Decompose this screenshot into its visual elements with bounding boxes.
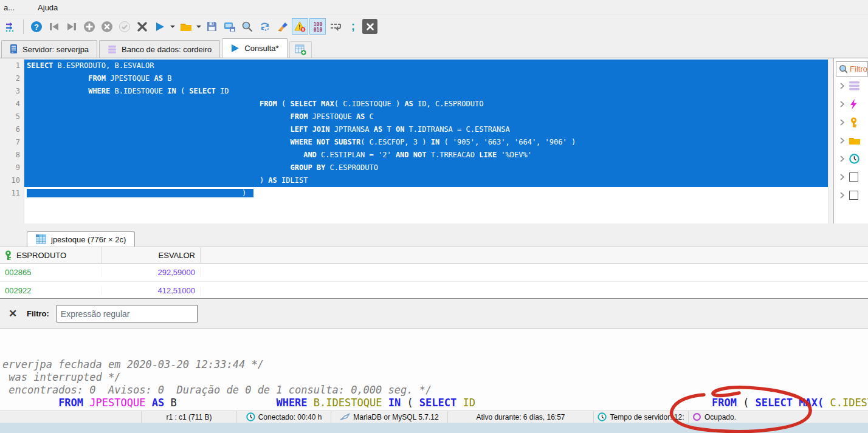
column-header-esproduto[interactable]: ESPRODUTO xyxy=(0,247,102,263)
menu-item-truncated[interactable]: a... xyxy=(1,2,17,13)
editor-scrollbar[interactable] xyxy=(828,58,833,223)
result-table-icon xyxy=(36,234,47,244)
save-as-icon xyxy=(224,21,236,32)
warning-icon xyxy=(294,21,306,32)
mariadb-icon xyxy=(340,413,350,421)
warnings-toggle-button[interactable] xyxy=(292,18,308,35)
toolbar-separator xyxy=(23,19,24,34)
run-dropdown-button[interactable] xyxy=(169,18,176,35)
add-icon xyxy=(83,21,95,33)
wrap-lines-button[interactable] xyxy=(327,18,343,35)
menu-bar: a... Ajuda xyxy=(0,0,868,15)
status-cell-connected: Conectado: 00:40 h xyxy=(237,411,331,423)
apply-button[interactable] xyxy=(116,18,133,35)
sql-log[interactable]: erverjpa fechada em 2020-03-20 12:33:44 … xyxy=(0,329,868,411)
delete-x-icon xyxy=(137,21,148,32)
jump-first-button[interactable] xyxy=(46,18,62,35)
svg-text:010: 010 xyxy=(313,27,322,32)
helper-item-keywords[interactable] xyxy=(834,113,868,131)
session-manager-icon xyxy=(5,21,17,32)
helper-item-option-2[interactable] xyxy=(834,186,868,204)
query-workspace: 1234567891011 SELECT B.ESPRODUTO, B.ESVA… xyxy=(0,58,868,223)
chevron-right-icon xyxy=(839,192,845,199)
new-query-icon xyxy=(295,44,306,55)
replace-icon xyxy=(259,21,271,32)
chevron-right-icon xyxy=(839,119,845,126)
save-icon xyxy=(206,21,218,32)
help-icon: ? xyxy=(30,21,43,33)
log-lines: erverjpa fechada em 2020-03-20 12:33:44 … xyxy=(2,358,868,411)
add-button[interactable] xyxy=(81,18,97,35)
helper-item-functions[interactable] xyxy=(834,95,868,113)
helper-item-option-1[interactable] xyxy=(834,168,868,186)
run-query-button[interactable] xyxy=(151,18,168,35)
cancel-button[interactable] xyxy=(98,18,115,35)
jump-last-icon xyxy=(66,22,77,32)
helper-item-history[interactable] xyxy=(834,149,868,168)
results-grid: ESPRODUTO ESVALOR 002865292,590000029224… xyxy=(0,247,868,298)
busy-icon xyxy=(692,412,701,421)
result-tab-jpestoque[interactable]: jpestoque (776r × 2c) xyxy=(27,231,135,247)
replace-button[interactable] xyxy=(257,18,273,35)
semicolon-icon: ; xyxy=(349,21,357,32)
tab-query-label: Consulta* xyxy=(244,44,278,53)
query-helpers-panel: Filtro xyxy=(833,58,868,223)
jump-last-button[interactable] xyxy=(63,18,80,35)
help-button[interactable]: ? xyxy=(28,18,44,35)
status-bar: r1 : c1 (711 B) Conectado: 00:40 h Maria… xyxy=(0,411,868,423)
tab-database-label: Banco de dados: cordeiro xyxy=(122,45,212,54)
delimiter-button[interactable]: ; xyxy=(345,18,361,35)
functions-lightning-icon xyxy=(849,99,858,109)
reformat-button[interactable] xyxy=(274,18,291,35)
helpers-filter-text: Filtro xyxy=(850,64,867,73)
search-icon xyxy=(839,64,847,74)
table-row[interactable]: 002865292,59000 xyxy=(0,264,868,282)
find-button[interactable] xyxy=(239,18,255,35)
status-cell-busy: Ocupado. xyxy=(689,411,868,423)
menu-item-help[interactable]: Ajuda xyxy=(35,2,60,13)
clock-icon xyxy=(598,412,607,421)
svg-text:;: ; xyxy=(351,21,354,32)
tab-query[interactable]: Consulta* xyxy=(222,38,287,58)
save-as-button[interactable] xyxy=(221,18,238,35)
primary-key-icon xyxy=(4,250,13,260)
helpers-filter-box[interactable]: Filtro xyxy=(836,61,868,77)
sql-editor-lines[interactable]: SELECT B.ESPRODUTO, B.ESVALOR FROM JPEST… xyxy=(24,58,828,223)
table-row[interactable]: 002922412,51000 xyxy=(0,282,868,298)
folder-icon xyxy=(180,21,192,32)
column-header-esvalor[interactable]: ESVALOR xyxy=(102,247,201,263)
new-query-tab-button[interactable] xyxy=(289,41,312,58)
save-button[interactable] xyxy=(204,18,220,35)
open-dropdown-button[interactable] xyxy=(195,18,202,35)
checkbox-icon[interactable] xyxy=(849,191,858,200)
binary-toggle-button[interactable]: 100 010 xyxy=(309,18,326,35)
delete-button[interactable] xyxy=(134,18,150,35)
helper-item-snippets[interactable] xyxy=(834,131,868,149)
columns-icon xyxy=(849,81,859,90)
close-filter-icon[interactable]: ✕ xyxy=(6,307,19,320)
session-manager-button[interactable] xyxy=(2,18,19,35)
tab-server[interactable]: Servidor: serverjpa xyxy=(1,40,97,58)
chevron-down-icon xyxy=(170,26,175,28)
apply-check-icon xyxy=(119,21,131,33)
results-grid-header: ESPRODUTO ESVALOR xyxy=(0,247,868,264)
filter-input[interactable] xyxy=(57,305,198,322)
heidisql-window: a... Ajuda ? xyxy=(0,0,868,433)
tab-database[interactable]: Banco de dados: cordeiro xyxy=(99,40,220,58)
status-cell-position: r1 : c1 (711 B) xyxy=(142,411,237,423)
chevron-down-icon xyxy=(196,26,201,28)
open-file-button[interactable] xyxy=(177,18,194,35)
key-icon xyxy=(849,117,858,128)
checkbox-icon[interactable] xyxy=(849,172,858,182)
column-header-label: ESVALOR xyxy=(159,251,195,260)
close-query-button[interactable] xyxy=(362,19,377,34)
log-filter-panel: ✕ Filtro: xyxy=(0,298,868,329)
play-icon xyxy=(230,44,239,53)
chevron-right-icon xyxy=(839,137,845,144)
chevron-right-icon xyxy=(839,101,845,107)
chevron-right-icon xyxy=(839,83,845,89)
tab-server-label: Servidor: serverjpa xyxy=(22,45,89,54)
helper-item-columns[interactable] xyxy=(834,77,868,95)
status-cell-uptime: Ativo durante: 6 dias, 16:57 xyxy=(448,411,594,423)
sql-editor[interactable]: 1234567891011 SELECT B.ESPRODUTO, B.ESVA… xyxy=(0,58,833,223)
